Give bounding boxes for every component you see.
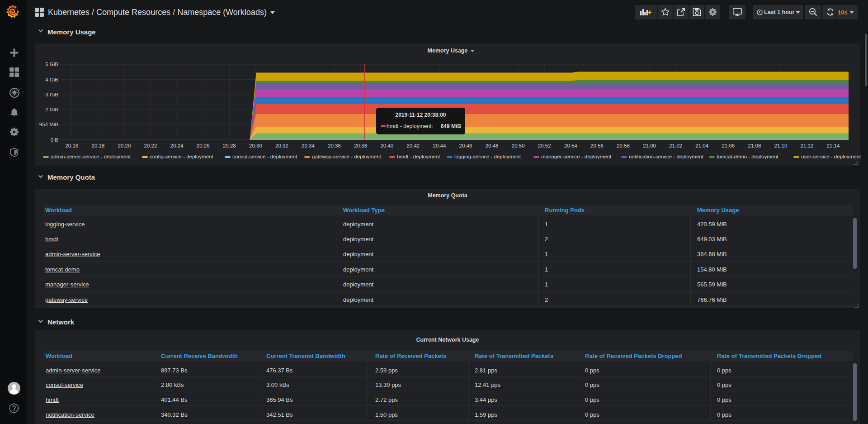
svg-text:20:16: 20:16: [65, 143, 78, 148]
svg-text:20:42: 20:42: [406, 143, 420, 148]
svg-text:20:46: 20:46: [459, 143, 472, 148]
svg-text:20:44: 20:44: [433, 143, 446, 148]
svg-text:20:20: 20:20: [118, 143, 131, 148]
svg-text:0 B: 0 B: [51, 137, 59, 143]
svg-text:5 GiB: 5 GiB: [45, 62, 58, 67]
svg-text:20:34: 20:34: [302, 143, 315, 148]
svg-text:20:32: 20:32: [275, 143, 288, 148]
svg-text:21:14: 21:14: [827, 143, 840, 148]
svg-text:20:30: 20:30: [249, 143, 262, 148]
svg-text:21:12: 21:12: [801, 143, 814, 148]
svg-text:20:54: 20:54: [564, 143, 577, 148]
svg-text:3 GiB: 3 GiB: [45, 92, 58, 97]
svg-text:20:40: 20:40: [380, 143, 393, 148]
svg-text:20:38: 20:38: [354, 143, 367, 148]
svg-text:20:28: 20:28: [223, 143, 236, 148]
svg-text:954 MiB: 954 MiB: [39, 122, 59, 127]
svg-text:21:08: 21:08: [748, 143, 761, 148]
svg-text:21:06: 21:06: [722, 143, 735, 148]
svg-text:2 GiB: 2 GiB: [45, 107, 58, 112]
svg-text:20:26: 20:26: [197, 143, 210, 148]
svg-text:20:24: 20:24: [170, 143, 184, 148]
svg-text:20:52: 20:52: [538, 143, 551, 148]
svg-text:20:18: 20:18: [92, 143, 105, 148]
svg-text:21:04: 21:04: [695, 143, 708, 148]
svg-text:21:02: 21:02: [669, 143, 682, 148]
svg-text:20:48: 20:48: [486, 143, 499, 148]
svg-text:20:50: 20:50: [512, 143, 525, 148]
svg-text:20:58: 20:58: [617, 143, 630, 148]
svg-text:20:56: 20:56: [590, 143, 604, 148]
svg-text:21:00: 21:00: [643, 143, 656, 148]
svg-text:4 GiB: 4 GiB: [45, 77, 58, 82]
svg-text:20:22: 20:22: [144, 143, 157, 148]
svg-text:21:10: 21:10: [774, 143, 788, 148]
svg-text:20:36: 20:36: [328, 143, 341, 148]
